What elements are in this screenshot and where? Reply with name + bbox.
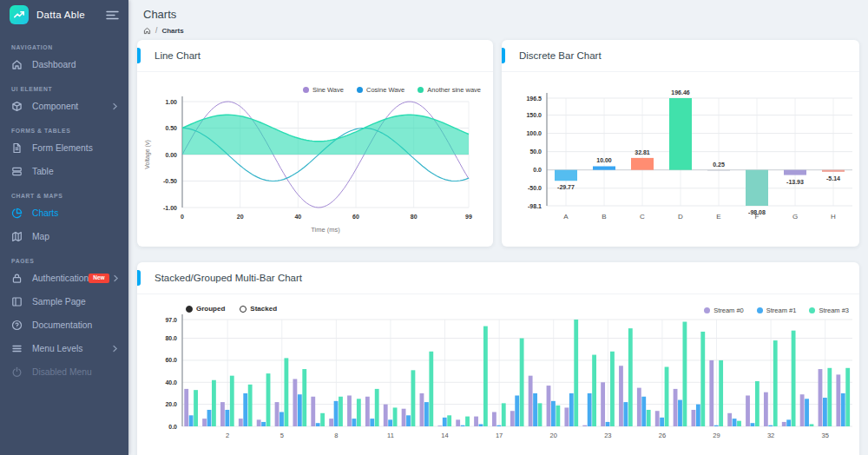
multibar-bar[interactable] bbox=[823, 398, 827, 426]
multibar-bar[interactable] bbox=[239, 419, 243, 426]
multibar-bar[interactable] bbox=[284, 358, 288, 426]
multibar-bar[interactable] bbox=[207, 410, 212, 426]
multibar-bar[interactable] bbox=[538, 403, 542, 426]
multibar-bar[interactable] bbox=[547, 386, 551, 426]
multibar-bar[interactable] bbox=[492, 412, 496, 426]
sidebar-item-component[interactable]: Component bbox=[0, 95, 128, 118]
multibar-bar[interactable] bbox=[461, 425, 465, 426]
multibar-bar[interactable] bbox=[582, 425, 587, 426]
bar-B[interactable] bbox=[593, 166, 615, 169]
multibar-bar[interactable] bbox=[755, 381, 760, 426]
mode-option-grouped[interactable]: Grouped bbox=[186, 305, 225, 313]
breadcrumb-item-charts[interactable]: Charts bbox=[161, 27, 183, 35]
multibar-bar[interactable] bbox=[623, 402, 628, 426]
legend-item-another-sine-wave[interactable]: Another sine wave bbox=[418, 86, 481, 94]
multibar-bar[interactable] bbox=[641, 397, 646, 426]
bar-G[interactable] bbox=[784, 170, 806, 175]
multibar-bar[interactable] bbox=[456, 419, 460, 426]
multibar-bar[interactable] bbox=[329, 419, 333, 426]
sidebar-item-sample-page[interactable]: Sample Page bbox=[0, 290, 128, 313]
multibar-bar[interactable] bbox=[388, 419, 392, 426]
sidebar-item-authentication[interactable]: AuthenticationNew bbox=[0, 267, 128, 290]
multibar-bar[interactable] bbox=[773, 340, 778, 426]
multibar-bar[interactable] bbox=[800, 394, 805, 426]
multibar-bar[interactable] bbox=[375, 389, 379, 426]
multibar-bar[interactable] bbox=[293, 379, 297, 426]
multibar-bar[interactable] bbox=[696, 405, 700, 426]
multibar-bar[interactable] bbox=[384, 405, 388, 426]
multibar-bar[interactable] bbox=[298, 394, 302, 426]
multibar-bar[interactable] bbox=[320, 413, 325, 426]
multibar-bar[interactable] bbox=[465, 417, 470, 426]
multibar-bar[interactable] bbox=[588, 393, 592, 426]
multibar-bar[interactable] bbox=[243, 393, 247, 426]
multibar-bar[interactable] bbox=[266, 373, 271, 426]
multibar-bar[interactable] bbox=[574, 320, 578, 426]
multibar-bar[interactable] bbox=[628, 328, 633, 426]
multibar-bar[interactable] bbox=[737, 421, 741, 426]
multibar-bar[interactable] bbox=[316, 423, 320, 426]
multibar-bar[interactable] bbox=[334, 401, 339, 426]
multibar-bar[interactable] bbox=[660, 418, 664, 426]
multibar-bar[interactable] bbox=[751, 423, 755, 426]
multibar-bar[interactable] bbox=[819, 369, 823, 426]
multibar-bar[interactable] bbox=[420, 393, 424, 426]
multibar-bar[interactable] bbox=[411, 370, 416, 426]
multibar-bar[interactable] bbox=[443, 418, 447, 426]
multibar-bar[interactable] bbox=[792, 331, 796, 426]
multibar-bar[interactable] bbox=[302, 369, 306, 426]
multibar-bar[interactable] bbox=[655, 411, 660, 426]
multibar-bar[interactable] bbox=[365, 397, 370, 426]
multibar-bar[interactable] bbox=[551, 401, 556, 426]
multibar-bar[interactable] bbox=[474, 417, 478, 426]
multibar-bar[interactable] bbox=[665, 367, 669, 426]
multibar-bar[interactable] bbox=[194, 390, 198, 426]
multibar-bar[interactable] bbox=[836, 374, 840, 426]
multibar-bar[interactable] bbox=[257, 419, 261, 426]
multibar-bar[interactable] bbox=[610, 352, 615, 426]
multibar-bar[interactable] bbox=[733, 419, 737, 426]
multibar-bar[interactable] bbox=[483, 326, 488, 426]
multibar-bar[interactable] bbox=[637, 388, 641, 426]
legend-item-stream-0[interactable]: Stream #0 bbox=[704, 307, 744, 314]
sidebar-item-form-elements[interactable]: Form Elements bbox=[0, 136, 128, 160]
multibar-bar[interactable] bbox=[515, 395, 519, 426]
multibar-bar[interactable] bbox=[402, 409, 406, 426]
multibar-bar[interactable] bbox=[496, 425, 501, 426]
legend-item-stream-1[interactable]: Stream #1 bbox=[757, 307, 797, 314]
multibar-bar[interactable] bbox=[502, 403, 506, 426]
multibar-bar[interactable] bbox=[370, 419, 374, 426]
multibar-bar[interactable] bbox=[764, 392, 768, 426]
app-logo[interactable]: Datta Able bbox=[10, 5, 85, 24]
multibar-bar[interactable] bbox=[841, 393, 845, 426]
bar-D[interactable] bbox=[669, 98, 692, 170]
legend-item-cosine-wave[interactable]: Cosine Wave bbox=[357, 86, 404, 94]
multibar-bar[interactable] bbox=[479, 424, 483, 426]
multibar-bar[interactable] bbox=[406, 415, 411, 426]
sidebar-item-disabled-menu[interactable]: Disabled Menu bbox=[0, 360, 128, 384]
multibar-bar[interactable] bbox=[569, 393, 574, 426]
multibar-bar[interactable] bbox=[592, 355, 596, 426]
multibar-bar[interactable] bbox=[768, 425, 773, 426]
multibar-bar[interactable] bbox=[424, 402, 429, 426]
legend-item-sine-wave[interactable]: Sine Wave bbox=[303, 86, 344, 94]
multibar-bar[interactable] bbox=[261, 422, 266, 426]
multibar-bar[interactable] bbox=[437, 425, 442, 426]
multibar-bar[interactable] bbox=[275, 402, 279, 426]
series-area-another-sine-wave[interactable] bbox=[182, 115, 469, 155]
multibar-bar[interactable] bbox=[682, 322, 687, 426]
multibar-bar[interactable] bbox=[339, 397, 343, 426]
mode-option-stacked[interactable]: Stacked bbox=[240, 305, 277, 313]
multibar-bar[interactable] bbox=[700, 332, 705, 426]
sidebar-item-table[interactable]: Table bbox=[0, 160, 128, 183]
multibar-bar[interactable] bbox=[619, 366, 623, 426]
multibar-bar[interactable] bbox=[510, 411, 515, 426]
multibar-bar[interactable] bbox=[189, 415, 194, 426]
multibar-bar[interactable] bbox=[279, 412, 284, 426]
multibar-bar[interactable] bbox=[709, 360, 713, 426]
multibar-bar[interactable] bbox=[225, 410, 229, 426]
multibar-bar[interactable] bbox=[220, 402, 225, 426]
home-icon[interactable] bbox=[143, 27, 151, 35]
legend-item-stream-3[interactable]: Stream #3 bbox=[809, 307, 849, 314]
multibar-bar[interactable] bbox=[719, 360, 723, 426]
